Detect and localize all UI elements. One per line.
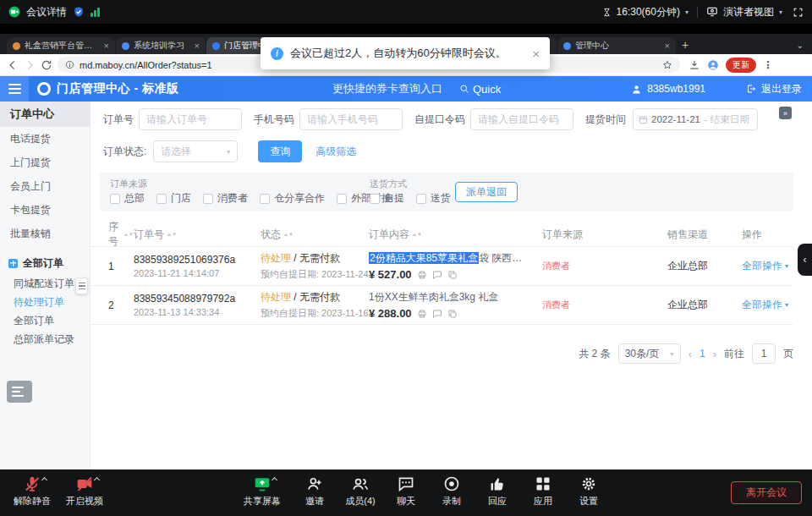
tab-search-icon[interactable]: ⌄ bbox=[797, 41, 804, 50]
sidebar-item-card-pickup[interactable]: 卡包提货 bbox=[0, 198, 90, 222]
refresh-icon[interactable] bbox=[41, 59, 52, 71]
search-button[interactable]: 查询 bbox=[258, 140, 302, 162]
chrome-update-button[interactable]: 更新 bbox=[726, 58, 756, 73]
timer-hourglass-icon bbox=[602, 7, 612, 18]
product-title: 1份XX生鲜羊肉礼盒3kg 礼盒 bbox=[369, 290, 542, 305]
bookmark-star-icon[interactable] bbox=[662, 60, 672, 70]
sort-icon[interactable]: ▲▼ bbox=[123, 233, 134, 237]
record-button[interactable]: 录制 bbox=[428, 475, 475, 508]
sidebar-collapse-handle[interactable] bbox=[75, 277, 88, 294]
profile-avatar-icon[interactable] bbox=[707, 59, 719, 71]
tab-close-icon[interactable]: × bbox=[665, 41, 670, 51]
chevron-down-icon: ▾ bbox=[785, 301, 788, 309]
prev-page-icon[interactable]: ‹ bbox=[689, 348, 692, 360]
source-filter-panel: 订单来源 总部 门店 消费者 仓分享合作 外部对接 送货方式 自提 送货 派单退… bbox=[100, 173, 793, 211]
logout-button[interactable]: 退出登录 bbox=[761, 82, 802, 96]
collapse-filters-button[interactable]: » bbox=[779, 107, 792, 119]
goto-page-input[interactable] bbox=[752, 343, 776, 364]
chat-button[interactable]: 聊天 bbox=[382, 475, 430, 508]
checkbox-store[interactable]: 门店 bbox=[156, 191, 191, 206]
sort-icon[interactable]: ▲▼ bbox=[283, 233, 294, 237]
mute-button[interactable]: 解除静音 bbox=[8, 475, 56, 508]
browser-tab[interactable]: 系统培训学习 × bbox=[116, 37, 206, 54]
start-video-button[interactable]: 开启视频 bbox=[61, 475, 108, 508]
tab-close-icon[interactable]: × bbox=[104, 41, 109, 51]
order-status-select[interactable]: 请选择 ▾ bbox=[153, 140, 238, 162]
table-row[interactable]: 2 83859345088979792a 2023-11-13 14:33:34… bbox=[91, 286, 793, 325]
username[interactable]: 8385wb1991 bbox=[647, 83, 705, 95]
sidebar-item-member-visit[interactable]: 会员上门 bbox=[0, 174, 90, 198]
dispatch-return-button[interactable]: 派单退回 bbox=[455, 182, 518, 202]
share-options-icon[interactable] bbox=[272, 477, 277, 483]
next-page-icon[interactable]: › bbox=[713, 348, 716, 360]
sidebar-item-door-pickup[interactable]: 上门提货 bbox=[0, 151, 90, 174]
view-mode-button[interactable]: 演讲者视图 bbox=[723, 5, 774, 19]
fullscreen-icon[interactable] bbox=[793, 7, 804, 18]
table-row[interactable]: 1 83859389251069376a 2023-11-21 14:14:07… bbox=[91, 247, 793, 286]
timer-dropdown-icon[interactable]: ▾ bbox=[685, 8, 689, 16]
leave-meeting-button[interactable]: 离开会议 bbox=[731, 481, 802, 504]
sidebar-group-all-orders[interactable]: 全部订单 bbox=[0, 252, 90, 274]
row-actions-button[interactable]: 全部操作▾ bbox=[742, 298, 801, 312]
checkbox-self-pickup[interactable]: 自提 bbox=[370, 191, 404, 206]
checkbox-warehouse-coop[interactable]: 仓分享合作 bbox=[260, 191, 325, 206]
phone-input[interactable] bbox=[299, 108, 403, 130]
sidebar-item-pending-orders[interactable]: 待处理订单 bbox=[0, 293, 90, 311]
page-size-select[interactable]: 30条/页 ▾ bbox=[618, 343, 681, 364]
chevron-down-icon: ▾ bbox=[785, 262, 788, 270]
tab-close-icon[interactable]: × bbox=[195, 41, 200, 51]
message-icon[interactable] bbox=[432, 270, 442, 280]
checkbox-icon bbox=[260, 194, 270, 204]
forward-icon[interactable] bbox=[24, 59, 36, 71]
apps-button[interactable]: 应用 bbox=[519, 475, 567, 508]
site-info-icon[interactable] bbox=[65, 60, 74, 69]
sidebar-item-batch-verify[interactable]: 批量核销 bbox=[0, 222, 90, 245]
copy-icon[interactable] bbox=[447, 270, 458, 280]
mic-options-icon[interactable] bbox=[41, 477, 47, 483]
chevron-down-icon: ▾ bbox=[671, 350, 674, 358]
new-tab-button[interactable]: + bbox=[682, 38, 689, 52]
settings-button[interactable]: 设置 bbox=[565, 475, 612, 508]
print-icon[interactable] bbox=[417, 270, 427, 280]
download-icon[interactable] bbox=[689, 59, 700, 71]
reactions-button[interactable]: 回应 bbox=[474, 475, 521, 508]
sort-icon[interactable]: ▲▼ bbox=[167, 233, 177, 237]
browser-menu-icon[interactable]: ⋮ bbox=[763, 59, 773, 71]
sidebar-item-hq-dispatch-log[interactable]: 总部派单记录 bbox=[0, 330, 90, 349]
panel-expand-flap[interactable]: ‹ bbox=[798, 244, 812, 276]
meeting-timer[interactable]: 16:30(60分钟) bbox=[617, 5, 680, 19]
copy-icon[interactable] bbox=[447, 309, 458, 319]
quick-search-link[interactable]: Quick bbox=[459, 83, 501, 96]
phone-label: 手机号码 bbox=[254, 113, 294, 127]
network-signal-icon bbox=[91, 7, 100, 17]
order-no-input[interactable] bbox=[139, 108, 242, 130]
sidebar-item-all-orders[interactable]: 全部订单 bbox=[0, 311, 90, 330]
checkbox-delivery[interactable]: 送货 bbox=[416, 191, 451, 206]
invite-button[interactable]: 邀请 bbox=[291, 475, 338, 508]
meeting-details-button[interactable]: 会议详情 bbox=[26, 5, 67, 19]
checkbox-consumer[interactable]: 消费者 bbox=[203, 191, 248, 206]
promo-link[interactable]: 更快捷的券卡查询入口 bbox=[332, 81, 442, 96]
current-page[interactable]: 1 bbox=[700, 348, 705, 360]
share-screen-button[interactable]: 共享屏幕 bbox=[239, 475, 286, 508]
browser-tab[interactable]: 礼盒营销平台管理中心 × bbox=[7, 37, 115, 54]
hamburger-menu-icon[interactable] bbox=[0, 76, 29, 102]
date-range-picker[interactable]: 2022-11-21 - 结束日期 bbox=[633, 108, 758, 130]
filter-row-2: 订单状态: 请选择 ▾ 查询 高级筛选 bbox=[103, 140, 356, 162]
message-icon[interactable] bbox=[432, 309, 442, 319]
row-actions-button[interactable]: 全部操作▾ bbox=[742, 259, 801, 273]
camera-options-icon[interactable] bbox=[94, 477, 100, 483]
back-icon[interactable] bbox=[7, 59, 19, 71]
print-icon[interactable] bbox=[417, 309, 427, 319]
browser-tab[interactable]: 管理中心 × bbox=[557, 37, 676, 54]
pickup-code-input[interactable] bbox=[470, 108, 573, 130]
members-button[interactable]: 成员(4) bbox=[337, 475, 384, 508]
toast-close-icon[interactable]: × bbox=[532, 47, 540, 61]
view-dropdown-icon[interactable]: ▾ bbox=[779, 8, 782, 16]
sort-icon[interactable]: ▲▼ bbox=[412, 233, 422, 237]
checkbox-hq[interactable]: 总部 bbox=[110, 191, 145, 206]
pickup-date: 预约自提日期: 2023-11-16 bbox=[261, 307, 369, 320]
quick-menu-button[interactable] bbox=[7, 381, 32, 403]
advanced-filter-link[interactable]: 高级筛选 bbox=[315, 145, 356, 159]
sidebar-item-phone-pickup[interactable]: 电话提货 bbox=[0, 127, 90, 151]
